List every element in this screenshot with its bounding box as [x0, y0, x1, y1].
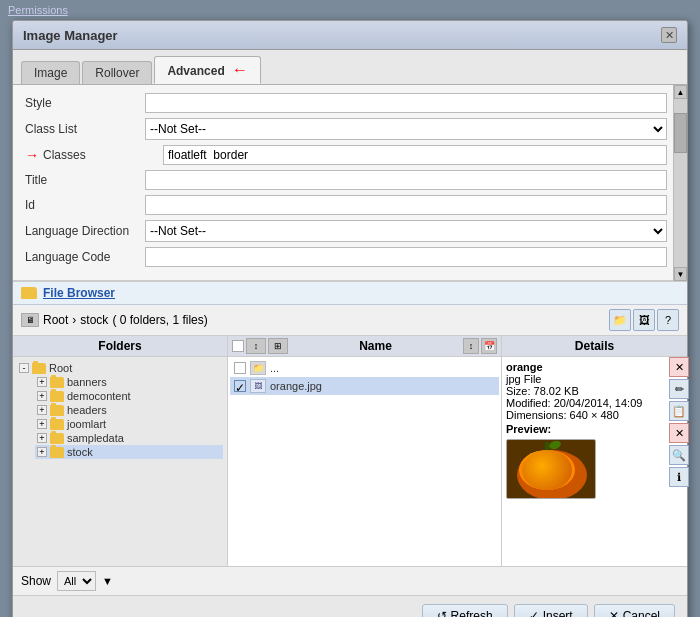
info-button[interactable]: ℹ — [669, 467, 689, 487]
breadcrumb-separator: › — [72, 313, 76, 327]
folder-icon-democontent — [50, 391, 64, 402]
search-button[interactable]: 🔍 — [669, 445, 689, 465]
langcode-label: Language Code — [25, 250, 145, 264]
classlist-label: Class List — [25, 122, 145, 136]
footer-buttons: ↺ Refresh ✓ Insert ✕ Cancel — [13, 595, 687, 617]
tree-item-banners[interactable]: + banners — [35, 375, 223, 389]
tree-expand-headers[interactable]: + — [37, 405, 47, 415]
form-scrollbar[interactable]: ▲ ▼ — [673, 85, 687, 281]
scrollbar-down[interactable]: ▼ — [674, 267, 687, 281]
tree-item-root[interactable]: - Root — [17, 361, 223, 375]
calendar-icon[interactable]: 📅 — [481, 338, 497, 354]
details-preview-image — [506, 439, 596, 499]
tree-expand-banners[interactable]: + — [37, 377, 47, 387]
file-browser-section: File Browser 🖥 Root › stock ( 0 folders,… — [13, 282, 687, 595]
tree-label-joomlart: joomlart — [67, 418, 106, 430]
tree-label-root: Root — [49, 362, 72, 374]
folder-icon-sampledata — [50, 433, 64, 444]
insert-label: Insert — [543, 609, 573, 617]
browser-toolbar: 📁 🖼 ? — [609, 309, 679, 331]
refresh-label: Refresh — [451, 609, 493, 617]
tree-item-stock[interactable]: + stock — [35, 445, 223, 459]
tree-label-stock: stock — [67, 446, 93, 458]
view-toggle-icon[interactable]: ⊞ — [268, 338, 288, 354]
details-inner: orange jpg File Size: 78.02 KB Modified:… — [506, 361, 683, 562]
tab-image[interactable]: Image — [21, 61, 80, 84]
folder-icon-root — [32, 363, 46, 374]
svg-point-4 — [527, 454, 547, 470]
langdir-select[interactable]: --Not Set-- — [145, 220, 667, 242]
tree-label-democontent: democontent — [67, 390, 131, 402]
cancel-button[interactable]: ✕ Cancel — [594, 604, 675, 617]
file-panel: Folders - Root + banners — [13, 336, 687, 566]
cancel-label: Cancel — [623, 609, 660, 617]
classes-row: → Classes — [25, 145, 667, 165]
folder-icon-banners — [50, 377, 64, 388]
id-input[interactable] — [145, 195, 667, 215]
id-row: Id — [25, 195, 667, 215]
folder-up-icon: 📁 — [250, 361, 266, 375]
breadcrumb-bar: 🖥 Root › stock ( 0 folders, 1 files) 📁 🖼… — [13, 305, 687, 336]
tree-item-headers[interactable]: + headers — [35, 403, 223, 417]
file-list: 📁 ... ✓ 🖼 orange.jpg — [228, 357, 501, 566]
help-button[interactable]: ? — [657, 309, 679, 331]
tree-item-democontent[interactable]: + democontent — [35, 389, 223, 403]
upload-button[interactable]: 📁 — [609, 309, 631, 331]
svg-point-2 — [519, 450, 575, 490]
tab-advanced[interactable]: Advanced ← — [154, 56, 261, 84]
image-manager-dialog: Image Manager ✕ Image Rollover Advanced … — [12, 20, 688, 617]
classes-input[interactable] — [163, 145, 667, 165]
remove-button[interactable]: ✕ — [669, 423, 689, 443]
file-browser-header: File Browser — [13, 282, 687, 305]
file-name-orange: orange.jpg — [270, 380, 322, 392]
details-dimensions: Dimensions: 640 × 480 — [506, 409, 683, 421]
file-checkbox-parent[interactable] — [234, 362, 246, 374]
folder-tree: - Root + banners + democontent — [13, 357, 227, 566]
tree-label-sampledata: sampledata — [67, 432, 124, 444]
tree-item-joomlart[interactable]: + joomlart — [35, 417, 223, 431]
details-size: Size: 78.02 KB — [506, 385, 683, 397]
files-sort-icon[interactable]: ↕ — [463, 338, 479, 354]
classlist-select[interactable]: --Not Set-- — [145, 118, 667, 140]
id-label: Id — [25, 198, 145, 212]
show-select[interactable]: All — [57, 571, 96, 591]
scrollbar-thumb[interactable] — [674, 113, 687, 153]
details-panel: Details orange jpg File Size: 78.02 KB M… — [502, 336, 687, 566]
tree-expand-joomlart[interactable]: + — [37, 419, 47, 429]
scrollbar-up[interactable]: ▲ — [674, 85, 687, 99]
style-row: Style — [25, 93, 667, 113]
file-item-parent[interactable]: 📁 ... — [230, 359, 499, 377]
tree-expand-democontent[interactable]: + — [37, 391, 47, 401]
file-item-orange[interactable]: ✓ 🖼 orange.jpg — [230, 377, 499, 395]
svg-point-1 — [517, 450, 587, 499]
file-checkbox-orange[interactable]: ✓ — [234, 380, 246, 392]
copy-button[interactable]: 📋 — [669, 401, 689, 421]
tree-expand-sampledata[interactable]: + — [37, 433, 47, 443]
tree-expand-root[interactable]: - — [19, 363, 29, 373]
select-all-checkbox[interactable] — [232, 340, 244, 352]
refresh-button[interactable]: ↺ Refresh — [422, 604, 508, 617]
langcode-input[interactable] — [145, 247, 667, 267]
show-bar: Show All ▼ — [13, 566, 687, 595]
dialog-close-button[interactable]: ✕ — [661, 27, 677, 43]
insert-icon: ✓ — [529, 609, 539, 617]
edit-button[interactable]: ✏ — [669, 379, 689, 399]
tree-expand-stock[interactable]: + — [37, 447, 47, 457]
style-input[interactable] — [145, 93, 667, 113]
sort-icon[interactable]: ↕ — [246, 338, 266, 354]
file-browser-title[interactable]: File Browser — [43, 286, 115, 300]
tree-item-sampledata[interactable]: + sampledata — [35, 431, 223, 445]
details-wrapper: orange jpg File Size: 78.02 KB Modified:… — [502, 357, 687, 566]
title-label: Title — [25, 173, 145, 187]
permissions-text: Permissions — [8, 4, 68, 16]
classes-arrow-indicator: → — [25, 147, 39, 163]
title-input[interactable] — [145, 170, 667, 190]
title-row: Title — [25, 170, 667, 190]
folder-icon-stock — [50, 447, 64, 458]
breadcrumb-root: Root — [43, 313, 68, 327]
permissions-link[interactable]: Permissions — [0, 0, 700, 20]
tab-rollover[interactable]: Rollover — [82, 61, 152, 84]
delete-button[interactable]: ✕ — [669, 357, 689, 377]
insert-button[interactable]: ✓ Insert — [514, 604, 588, 617]
view-button[interactable]: 🖼 — [633, 309, 655, 331]
